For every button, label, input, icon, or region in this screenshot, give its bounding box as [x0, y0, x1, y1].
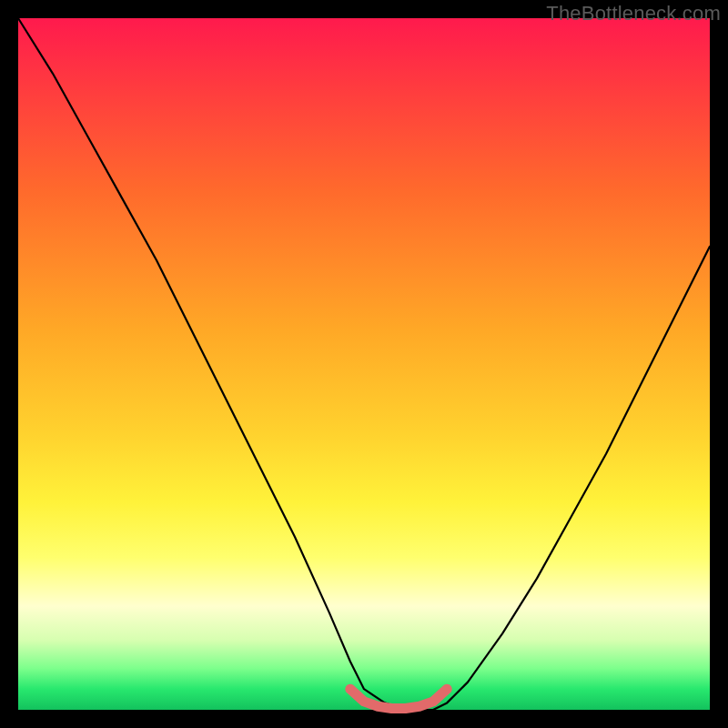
valley-highlight-path — [350, 689, 447, 708]
chart-svg — [18, 18, 710, 710]
chart-plot-area — [18, 18, 710, 710]
bottleneck-curve-path — [18, 18, 710, 710]
chart-frame: TheBottleneck.com — [0, 0, 728, 728]
watermark-text: TheBottleneck.com — [546, 2, 721, 25]
